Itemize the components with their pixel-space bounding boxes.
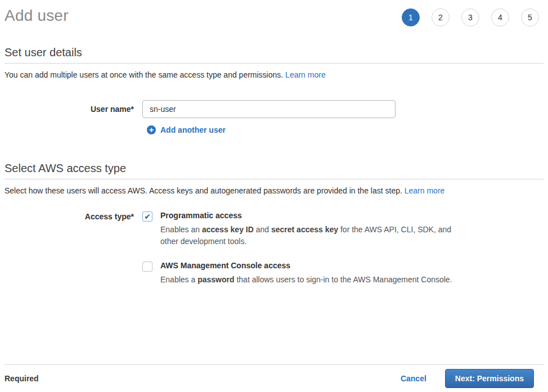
cancel-button[interactable]: Cancel — [401, 374, 426, 383]
add-another-user-button[interactable]: + Add another user — [147, 125, 543, 134]
console-access-description: Enables a password that allows users to … — [160, 274, 452, 286]
programmatic-access-checkbox[interactable]: ✔ — [142, 211, 152, 222]
page-header: Add user 1 2 3 4 5 — [0, 0, 548, 26]
option-console-access: AWS Management Console access Enables a … — [142, 261, 457, 286]
user-name-input[interactable] — [142, 100, 396, 118]
console-access-checkbox[interactable] — [142, 262, 152, 272]
footer-actions: Cancel Next: Permissions — [401, 369, 534, 388]
required-label: Required — [5, 374, 39, 383]
add-another-user-label: Add another user — [160, 125, 226, 134]
programmatic-access-title: Programmatic access — [160, 211, 457, 220]
access-type-label: Access type* — [5, 211, 134, 286]
user-name-label: User name* — [5, 105, 134, 114]
desc-text: and — [254, 225, 271, 234]
wizard-step-indicator: 1 2 3 4 5 — [402, 8, 539, 26]
wizard-step-4: 4 — [491, 8, 509, 26]
wizard-step-1: 1 — [402, 8, 420, 26]
wizard-step-5: 5 — [521, 8, 539, 26]
option-programmatic-access: ✔ Programmatic access Enables an access … — [142, 211, 457, 247]
user-details-description-text: You can add multiple users at once with … — [5, 70, 283, 79]
desc-text: that allows users to sign-in to the AWS … — [235, 275, 452, 284]
checkmark-icon: ✔ — [144, 212, 151, 221]
access-type-options: ✔ Programmatic access Enables an access … — [142, 211, 457, 286]
page-title: Add user — [5, 7, 69, 25]
console-access-text: AWS Management Console access Enables a … — [160, 261, 452, 286]
footer-content: Required Cancel Next: Permissions — [0, 365, 548, 392]
section-heading-access-type: Select AWS access type — [5, 162, 543, 179]
learn-more-link-access-type[interactable]: Learn more — [405, 186, 445, 195]
next-permissions-button[interactable]: Next: Permissions — [445, 369, 534, 388]
learn-more-link-user-details[interactable]: Learn more — [285, 70, 326, 79]
desc-bold: access key ID — [202, 225, 254, 234]
user-details-description: You can add multiple users at once with … — [5, 70, 543, 80]
desc-bold: password — [197, 275, 234, 284]
wizard-step-3: 3 — [461, 8, 479, 26]
desc-text: Enables a — [160, 275, 197, 284]
access-type-description-text: Select how these users will access AWS. … — [5, 186, 402, 195]
desc-text: Enables an — [160, 225, 202, 234]
access-type-description: Select how these users will access AWS. … — [5, 186, 543, 196]
programmatic-access-text: Programmatic access Enables an access ke… — [160, 211, 457, 247]
plus-icon: + — [147, 125, 156, 134]
section-heading-user-details: Set user details — [5, 46, 543, 64]
console-access-title: AWS Management Console access — [160, 261, 452, 270]
wizard-footer: Required Cancel Next: Permissions — [0, 364, 548, 392]
main-content: Set user details You can add multiple us… — [0, 46, 548, 286]
wizard-step-2: 2 — [432, 8, 450, 26]
desc-bold: secret access key — [271, 225, 338, 234]
programmatic-access-description: Enables an access key ID and secret acce… — [160, 224, 457, 247]
user-name-row: User name* — [5, 100, 543, 118]
access-type-row: Access type* ✔ Programmatic access Enabl… — [5, 211, 543, 286]
